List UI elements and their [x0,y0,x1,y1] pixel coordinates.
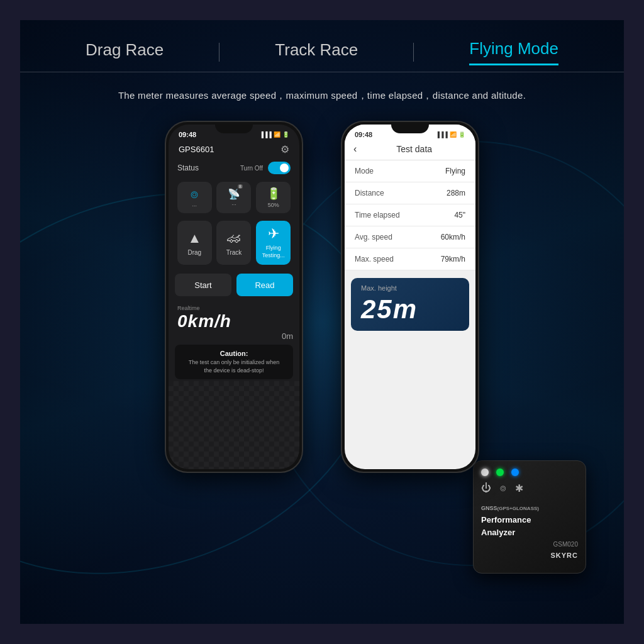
divider2 [413,43,414,62]
speed-display: 0km/h [177,311,291,331]
settings-icon[interactable]: ⚙ [280,143,289,155]
status-icons-left: ▐▐▐ 📶 🔋 [260,131,289,138]
phone1-app-header: GPS6601 ⚙ [169,141,299,159]
outer-container: Drag Race Track Race Flying Mode The met… [20,20,624,624]
bluetooth-cell[interactable]: ⌾ ··· [177,182,212,213]
phone-right: 09:48 ▐▐▐ 📶 🔋 ‹ Test data Mode [341,121,479,473]
realtime-area: Realtime 0km/h [169,301,299,334]
status-toggle[interactable] [268,162,291,174]
divider1 [219,43,219,62]
device-model: GSM020 [481,540,578,549]
description-text: The meter measures average speed，maximum… [20,72,624,108]
device-text: GNSS(GPS+GLONASS) Performance Analyzer G… [481,501,578,561]
action-row: Start Read [169,270,299,301]
phone1-status-row: Status Turn Off [169,159,299,179]
caution-area: Caution: The test can only be initialize… [175,345,293,379]
icon-grid: ⌾ ··· 📡 8 ··· 🔋 50% [169,179,299,218]
checkered-background [169,381,299,469]
start-button[interactable]: Start [175,274,231,296]
test-data-title: Test data [362,144,467,154]
data-row-avg-speed: Avg. speed 60km/h [345,226,475,248]
phone1-screen: 09:48 ▐▐▐ 📶 🔋 GPS6601 ⚙ Status Tu [169,125,299,469]
phone-notch-right [391,122,429,133]
phone-notch-left [215,122,253,133]
satellite-icon: 📡 8 [228,188,240,200]
mode-flying[interactable]: ✈ FlyingTesting... [256,221,291,265]
status-icons-right: ▐▐▐ 📶 🔋 [436,131,465,138]
mode-grid: ▲ Drag 🏎 Track ✈ FlyingTesting... [169,218,299,270]
max-height-card: Max. height 25m [351,278,469,331]
header-tabs: Drag Race Track Race Flying Mode [20,20,624,72]
bluetooth-icon: ⌾ [191,187,198,201]
device-brand: SKYRC [481,550,578,561]
data-row-distance: Distance 288m [345,182,475,204]
data-row-max-speed: Max. speed 79km/h [345,248,475,270]
phone2-screen: 09:48 ▐▐▐ 📶 🔋 ‹ Test data Mode [345,125,475,469]
battery-cell[interactable]: 🔋 50% [256,182,291,213]
phones-area: 09:48 ▐▐▐ 📶 🔋 GPS6601 ⚙ Status Tu [20,108,624,486]
data-row-mode: Mode Flying [345,160,475,182]
performance-label: Performance [481,514,578,526]
toggle-area: Turn Off [240,162,291,174]
analyzer-label: Analyzer [481,526,578,539]
mode-drag[interactable]: ▲ Drag [177,221,212,265]
phone-left: 09:48 ▐▐▐ 📶 🔋 GPS6601 ⚙ Status Tu [165,121,303,473]
data-rows: Mode Flying Distance 288m Time elapsed 4… [345,160,475,270]
drag-icon: ▲ [187,230,201,247]
back-button[interactable]: ‹ [353,143,357,155]
caution-text: The test can only be initialized whenthe… [182,358,286,374]
read-button[interactable]: Read [236,274,293,296]
tab-drag-race[interactable]: Drag Race [86,40,164,65]
phone2-app-header: ‹ Test data [345,141,475,160]
track-icon: 🏎 [227,230,241,247]
tab-track-race[interactable]: Track Race [275,40,358,65]
distance-display: 0m [169,331,299,341]
mode-track[interactable]: 🏎 Track [216,221,251,265]
tab-flying-mode[interactable]: Flying Mode [469,39,558,65]
satellite-cell[interactable]: 📡 8 ··· [216,182,251,213]
battery-icon: 🔋 [267,187,280,201]
caution-title: Caution: [182,350,286,357]
data-row-time: Time elapsed 45" [345,204,475,226]
flying-icon: ✈ [268,226,279,242]
max-height-value: 25m [361,294,459,325]
